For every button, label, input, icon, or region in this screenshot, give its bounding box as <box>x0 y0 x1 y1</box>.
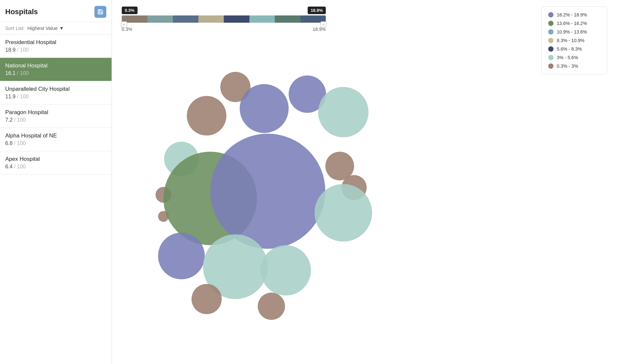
hospital-name: Unparalleled City Hospital <box>5 86 106 92</box>
range-bottom-min: 0.3% <box>122 27 132 32</box>
bubble <box>164 142 199 176</box>
bubble <box>158 211 169 222</box>
bubble <box>220 72 250 102</box>
bubble <box>203 234 268 299</box>
range-track <box>122 15 326 23</box>
legend-dot <box>548 12 553 17</box>
legend-dot <box>548 55 553 60</box>
legend-dot <box>548 46 553 52</box>
sidebar: Hospitals Sort List: Highest Value ▼ Pre… <box>0 0 112 364</box>
range-handle-left[interactable]: ≡ <box>121 21 127 27</box>
sidebar-header: Hospitals <box>0 0 112 22</box>
bubble <box>240 84 289 133</box>
range-max-bubble: 18.9% <box>308 7 326 14</box>
range-handle-right[interactable]: ≡ <box>321 21 326 27</box>
bubble <box>289 75 326 113</box>
range-labels-top: 0.3% 18.9% <box>122 7 326 14</box>
legend-item: 10.9% - 13.6% <box>548 29 600 35</box>
bubble <box>258 293 285 320</box>
save-button[interactable] <box>94 6 106 18</box>
range-segment <box>275 15 300 23</box>
bubble <box>325 152 354 180</box>
legend-label: 3% - 5.6% <box>557 55 578 60</box>
hospital-name: Alpha Hospital of NE <box>5 133 106 139</box>
hospital-name: Apex Hospital <box>5 156 106 162</box>
range-slider-container: 0.3% 18.9% ≡ ≡ 0.3% 18.9% <box>122 7 326 32</box>
sidebar-title: Hospitals <box>5 8 38 16</box>
hospital-score: 7.2 / 100 <box>5 117 106 123</box>
bubble-svg <box>122 58 385 328</box>
hospital-score: 11.9 / 100 <box>5 94 106 100</box>
legend-label: 10.9% - 13.6% <box>557 29 587 35</box>
bubble <box>210 134 325 249</box>
legend-dot <box>548 63 553 69</box>
range-bottom-max: 18.9% <box>313 27 326 32</box>
legend-item: 5.6% - 8.3% <box>548 46 600 52</box>
sort-dropdown[interactable]: Highest Value ▼ <box>27 25 64 31</box>
hospital-score: 6.4 / 100 <box>5 164 106 170</box>
hospital-list: Presidential Hospital18.9 / 100National … <box>0 35 112 364</box>
legend-item: 3% - 5.6% <box>548 55 600 60</box>
hospital-item[interactable]: Presidential Hospital18.9 / 100 <box>0 35 112 58</box>
bubble-chart <box>122 38 607 357</box>
bubble <box>342 175 367 200</box>
legend-label: 13.6% - 16.2% <box>557 21 587 26</box>
bubble <box>187 96 226 135</box>
range-segment <box>147 15 173 23</box>
legend-item: 13.6% - 16.2% <box>548 21 600 26</box>
legend-item: 0.3% - 3% <box>548 63 600 69</box>
legend-item: 16.2% - 18.9% <box>548 12 600 17</box>
sort-label: Sort List: <box>5 25 25 31</box>
hospital-item[interactable]: Alpha Hospital of NE6.8 / 100 <box>0 128 112 151</box>
range-track-container[interactable]: ≡ ≡ <box>122 15 326 25</box>
legend: 16.2% - 18.9%13.6% - 16.2%10.9% - 13.6%8… <box>541 7 607 74</box>
bubble <box>164 152 257 245</box>
legend-dot <box>548 29 553 35</box>
hospital-item[interactable]: Apex Hospital6.4 / 100 <box>0 151 112 175</box>
sort-row: Sort List: Highest Value ▼ <box>0 22 112 35</box>
hospital-name: National Hospital <box>5 62 106 69</box>
hospital-item[interactable]: Paragon Hospital7.2 / 100 <box>0 105 112 128</box>
legend-dot <box>548 38 553 43</box>
bubble <box>318 87 369 137</box>
legend-label: 8.3% - 10.9% <box>557 38 584 43</box>
bubble <box>261 245 311 296</box>
bubble <box>315 184 372 242</box>
hospital-name: Presidential Hospital <box>5 39 106 46</box>
hospital-score: 6.8 / 100 <box>5 140 106 146</box>
hospital-score: 18.9 / 100 <box>5 47 106 53</box>
range-labels-bottom: 0.3% 18.9% <box>122 27 326 32</box>
range-segment <box>173 15 198 23</box>
range-segment <box>224 15 249 23</box>
legend-dot <box>548 21 553 26</box>
hospital-item[interactable]: Unparalleled City Hospital11.9 / 100 <box>0 81 112 105</box>
range-segment <box>249 15 275 23</box>
legend-label: 5.6% - 8.3% <box>557 46 582 52</box>
hospital-name: Paragon Hospital <box>5 109 106 116</box>
hospital-score: 16.1 / 100 <box>5 70 106 76</box>
legend-item: 8.3% - 10.9% <box>548 38 600 43</box>
legend-label: 16.2% - 18.9% <box>557 12 587 17</box>
bubble <box>158 232 205 279</box>
range-segment <box>198 15 224 23</box>
bubble <box>192 284 222 314</box>
legend-label: 0.3% - 3% <box>557 63 578 69</box>
range-min-bubble: 0.3% <box>122 7 138 14</box>
main-content: 0.3% 18.9% ≡ ≡ 0.3% 18.9% 16.2% - 18.9%1… <box>112 0 617 364</box>
bubble <box>156 187 171 203</box>
hospital-item[interactable]: National Hospital16.1 / 100 <box>0 58 112 81</box>
